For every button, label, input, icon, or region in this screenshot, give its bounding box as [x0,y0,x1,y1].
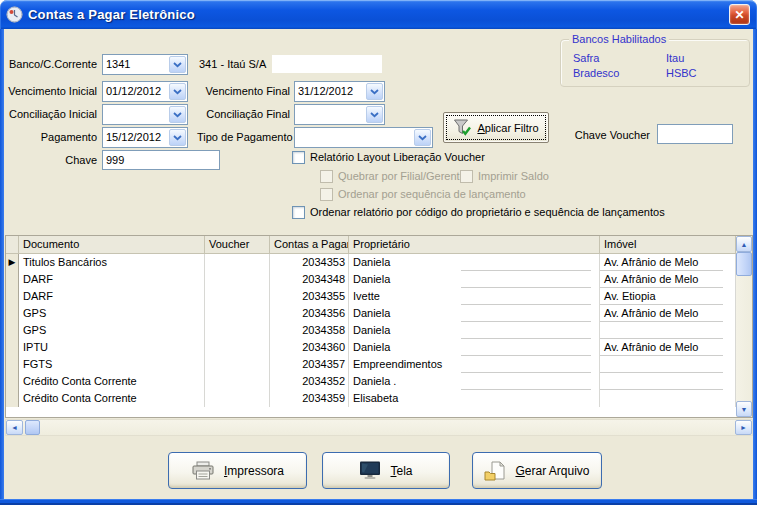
cell-proprietario[interactable]: Daniela [349,254,600,271]
cell-imovel[interactable]: Av. Afrânio de Melo [600,271,736,288]
scroll-left-icon[interactable]: ◄ [6,420,23,435]
cell-proprietario[interactable]: Daniela [349,322,600,339]
row-selector-cell[interactable] [6,271,19,288]
horizontal-scrollbar-track[interactable] [40,420,735,435]
conciliacao-inicial-combobox[interactable] [102,104,188,125]
cell-proprietario[interactable]: Daniela [349,305,600,322]
checkbox-icon[interactable] [292,151,305,164]
chevron-down-icon[interactable] [169,106,186,123]
chave-field[interactable]: 999 [102,150,220,170]
row-selector-cell[interactable] [6,390,19,407]
scroll-right-icon[interactable]: ► [735,420,752,435]
row-selector-cell[interactable] [6,305,19,322]
vencimento-inicial-combobox[interactable]: 01/12/2012 [102,81,188,102]
table-row[interactable]: DARF 2034348 Daniela Av. Afrânio de Melo [6,271,736,288]
cell-voucher[interactable] [205,373,270,390]
cell-documento[interactable]: Crédito Conta Corrente [19,373,205,390]
header-documento[interactable]: Documento [19,236,205,253]
chave-voucher-field[interactable] [657,124,733,144]
vertical-scrollbar-track[interactable] [736,276,752,401]
titlebar[interactable]: Contas a Pagar Eletrônico ✕ [0,0,757,29]
table-row[interactable]: GPS 2034356 Daniela Av. Afrânio de Melo [6,305,736,322]
table-row[interactable]: DARF 2034355 Ivette Av. Etiopia [6,288,736,305]
cell-contas-a-pagar[interactable]: 2034348 [270,271,349,288]
banco-combobox[interactable]: 1341 [102,54,188,75]
horizontal-scrollbar[interactable]: ◄ ► [5,419,753,436]
header-proprietario[interactable]: Proprietário [349,236,600,253]
cell-voucher[interactable] [205,339,270,356]
chevron-down-icon[interactable] [169,56,186,73]
cell-contas-a-pagar[interactable]: 2034359 [270,390,349,407]
cell-documento[interactable]: DARF [19,288,205,305]
cell-contas-a-pagar[interactable]: 2034353 [270,254,349,271]
cell-voucher[interactable] [205,254,270,271]
row-selector-cell[interactable] [6,288,19,305]
cell-proprietario[interactable]: Empreendimentos [349,356,600,373]
row-selector-cell[interactable] [6,339,19,356]
table-row[interactable]: Crédito Conta Corrente 2034352 Daniela . [6,373,736,390]
header-contas-a-pagar[interactable]: Contas a Pagar [270,236,349,253]
cell-imovel[interactable]: Av. Etiopia [600,288,736,305]
table-row[interactable]: IPTU 2034360 Daniela Av. Afrânio de Melo [6,339,736,356]
cell-proprietario[interactable]: Daniela [349,271,600,288]
scroll-down-icon[interactable]: ▼ [736,401,752,417]
row-selector-cell[interactable] [6,322,19,339]
table-row[interactable]: ▶ Titulos Bancários 2034353 Daniela Av. … [6,254,736,271]
cell-voucher[interactable] [205,322,270,339]
cell-proprietario[interactable]: Daniela . [349,373,600,390]
checkbox-relatorio-layout[interactable]: Relatório Layout Liberação Voucher [292,151,485,164]
table-row[interactable]: FGTS 2034357 Empreendimentos [6,356,736,373]
cell-imovel[interactable]: Av. Afrânio de Melo [600,305,736,322]
cell-voucher[interactable] [205,390,270,407]
cell-contas-a-pagar[interactable]: 2034352 [270,373,349,390]
cell-documento[interactable]: DARF [19,271,205,288]
conciliacao-final-combobox[interactable] [294,104,385,125]
cell-contas-a-pagar[interactable]: 2034355 [270,288,349,305]
cell-contas-a-pagar[interactable]: 2034360 [270,339,349,356]
cell-imovel[interactable]: Av. Afrânio de Melo [600,339,736,356]
cell-voucher[interactable] [205,271,270,288]
table-row[interactable]: Crédito Conta Corrente 2034359 Elisabeta [6,390,736,407]
cell-imovel[interactable] [600,390,736,407]
chevron-down-icon[interactable] [169,129,186,146]
vertical-scrollbar[interactable]: ▲ ▼ [736,236,752,417]
cell-imovel[interactable]: Av. Afrânio de Melo [600,254,736,271]
cell-imovel[interactable] [600,373,736,390]
cell-voucher[interactable] [205,305,270,322]
row-selector-cell[interactable] [6,373,19,390]
checkbox-icon[interactable] [292,206,305,219]
cell-voucher[interactable] [205,356,270,373]
impressora-button[interactable]: Impressora [168,452,307,489]
cell-proprietario[interactable]: Daniela [349,339,600,356]
cell-documento[interactable]: GPS [19,322,205,339]
row-selector-cell[interactable] [6,356,19,373]
cell-proprietario[interactable]: Elisabeta [349,390,600,407]
chevron-down-icon[interactable] [414,129,431,146]
cell-imovel[interactable] [600,322,736,339]
cell-voucher[interactable] [205,288,270,305]
header-imovel[interactable]: Imóvel [600,236,736,253]
row-selector-cell[interactable]: ▶ [6,254,19,271]
cell-documento[interactable]: FGTS [19,356,205,373]
header-voucher[interactable]: Voucher [205,236,270,253]
aplicar-filtro-button[interactable]: Aplicar Filtro [443,112,549,143]
close-button[interactable]: ✕ [729,4,750,25]
cell-contas-a-pagar[interactable]: 2034356 [270,305,349,322]
tela-button[interactable]: Tela [322,452,450,489]
cell-contas-a-pagar[interactable]: 2034357 [270,356,349,373]
vencimento-final-combobox[interactable]: 31/12/2012 [294,81,385,102]
table-row[interactable]: GPS 2034358 Daniela [6,322,736,339]
banco-nome-field[interactable] [272,55,382,73]
chevron-down-icon[interactable] [366,106,383,123]
scroll-up-icon[interactable]: ▲ [736,236,752,252]
chevron-down-icon[interactable] [169,83,186,100]
cell-contas-a-pagar[interactable]: 2034358 [270,322,349,339]
horizontal-scrollbar-thumb[interactable] [25,420,40,435]
cell-documento[interactable]: Titulos Bancários [19,254,205,271]
cell-documento[interactable]: IPTU [19,339,205,356]
cell-proprietario[interactable]: Ivette [349,288,600,305]
cell-imovel[interactable] [600,356,736,373]
chevron-down-icon[interactable] [366,83,383,100]
pagamento-combobox[interactable]: 15/12/2012 [102,127,188,148]
cell-documento[interactable]: Crédito Conta Corrente [19,390,205,407]
